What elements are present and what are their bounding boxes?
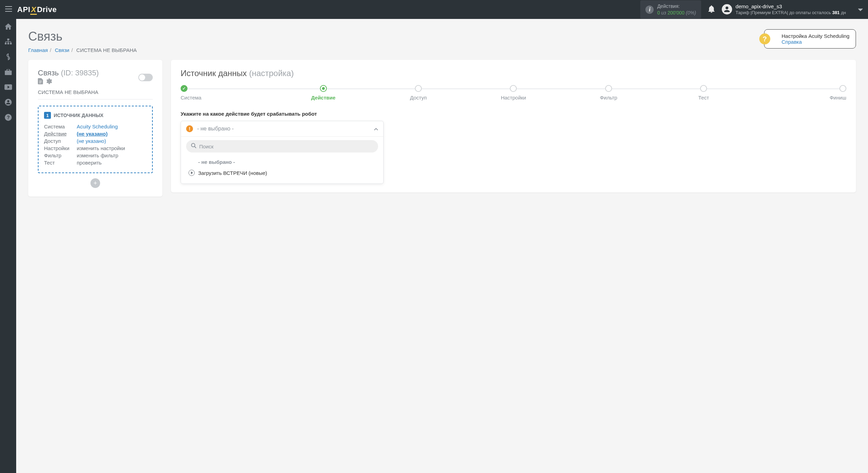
main-content: Связь Главная/ Связи/ СИСТЕМА НЕ ВЫБРАНА…	[16, 19, 868, 207]
field-label: Настройки	[44, 145, 77, 151]
step-настройки[interactable]: Настройки	[466, 85, 561, 101]
sidebar-help[interactable]: ?	[0, 110, 16, 125]
app-header: APIXDrive i Действия: 0 из 200'000 (0%)	[0, 0, 868, 19]
sidebar-briefcase[interactable]	[0, 64, 16, 80]
step-dot	[700, 85, 707, 92]
svg-rect-3	[10, 43, 12, 44]
field-value[interactable]: (не указано)	[77, 138, 106, 144]
user-tariff: Тариф |Премиум EXTRA| до оплаты осталось…	[736, 10, 846, 16]
step-label: Настройки	[466, 95, 561, 101]
step-dot	[415, 85, 422, 92]
svg-rect-4	[5, 71, 12, 75]
user-name: demo_apix-drive_s3	[736, 3, 846, 10]
field-value[interactable]: (не указано)	[77, 131, 108, 137]
dropdown-option[interactable]: Загрузить ВСТРЕЧИ (новые)	[186, 167, 378, 178]
chevron-down-icon[interactable]	[858, 7, 863, 13]
step-label: Система	[181, 95, 276, 101]
search-input[interactable]	[199, 144, 373, 149]
field-label: Тест	[44, 160, 77, 166]
bell-icon[interactable]	[708, 5, 715, 14]
field-label: Доступ	[44, 138, 77, 144]
search-box	[186, 140, 378, 153]
breadcrumb-home[interactable]: Главная	[28, 47, 48, 53]
field-label: Действие	[44, 131, 77, 137]
actions-pct: (0%)	[686, 10, 696, 15]
page-title: Связь	[28, 29, 137, 44]
connection-title: Связь (ID: 39835)	[38, 69, 99, 86]
menu-icon[interactable]	[5, 6, 12, 13]
actions-counter: i Действия: 0 из 200'000 (0%)	[640, 0, 701, 18]
step-финиш[interactable]: Финиш	[751, 85, 846, 101]
field-value[interactable]: изменить настройки	[77, 145, 125, 151]
svg-rect-2	[7, 43, 9, 44]
svg-rect-1	[5, 43, 7, 44]
field-value[interactable]: проверить	[77, 160, 101, 166]
step-label: Финиш	[751, 95, 846, 101]
sidebar-connections[interactable]	[0, 34, 16, 49]
step-label: Фильтр	[561, 95, 656, 101]
help-callout: ? Настройка Acuity Scheduling Справка	[764, 29, 856, 49]
connection-card: Связь (ID: 39835) СИСТЕМА НЕ ВЫБРАНА 1 И…	[28, 60, 162, 197]
sidebar-profile[interactable]	[0, 95, 16, 110]
step-label: Доступ	[371, 95, 466, 101]
connection-subtitle: СИСТЕМА НЕ ВЫБРАНА	[38, 89, 153, 99]
datasource-title: Источник данных (настройка)	[181, 69, 846, 78]
field-value[interactable]: изменить фильтр	[77, 153, 118, 158]
step-dot	[510, 85, 517, 92]
sidebar: ?	[0, 19, 16, 207]
step-dot	[181, 85, 187, 92]
actions-label: Действия:	[657, 3, 696, 9]
chevron-up-icon	[374, 126, 378, 132]
datasource-card: Источник данных (настройка) СистемаДейст…	[171, 60, 856, 192]
action-dropdown: ! - не выбрано - - не выбрано -Загрузить…	[181, 121, 384, 184]
dropdown-selected: - не выбрано -	[197, 126, 374, 132]
avatar-icon	[722, 4, 732, 14]
enable-toggle[interactable]	[138, 74, 153, 81]
actions-used: 0	[657, 10, 660, 15]
svg-rect-0	[7, 39, 9, 40]
svg-point-9	[192, 144, 195, 147]
breadcrumb-links[interactable]: Связи	[55, 47, 69, 53]
step-label: Действие	[276, 95, 371, 101]
help-icon: ?	[759, 33, 770, 44]
search-icon	[191, 143, 196, 150]
user-menu[interactable]: demo_apix-drive_s3 Тариф |Премиум EXTRA|…	[722, 3, 846, 15]
step-тест[interactable]: Тест	[656, 85, 751, 101]
stepper: СистемаДействиеДоступНастройкиФильтрТест…	[181, 85, 846, 101]
help-title: Настройка Acuity Scheduling	[782, 33, 849, 39]
field-label: Фильтр	[44, 153, 77, 158]
source-box: 1 ИСТОЧНИК ДАННЫХ СистемаAcuity Scheduli…	[38, 106, 153, 173]
svg-text:?: ?	[7, 115, 10, 120]
field-label: Система	[44, 124, 77, 129]
sidebar-billing[interactable]	[0, 49, 16, 64]
step-label: Тест	[656, 95, 751, 101]
step-система[interactable]: Система	[181, 85, 276, 101]
breadcrumb: Главная/ Связи/ СИСТЕМА НЕ ВЫБРАНА	[28, 47, 137, 53]
step-dot	[320, 85, 327, 92]
logo[interactable]: APIXDrive	[17, 5, 57, 14]
dropdown-option[interactable]: - не выбрано -	[186, 157, 378, 167]
info-icon: i	[645, 6, 654, 14]
breadcrumb-current: СИСТЕМА НЕ ВЫБРАНА	[76, 47, 137, 53]
step-действие[interactable]: Действие	[276, 85, 371, 101]
dropdown-toggle[interactable]: ! - не выбрано -	[181, 121, 383, 136]
field-value[interactable]: Acuity Scheduling	[77, 124, 118, 129]
step-фильтр[interactable]: Фильтр	[561, 85, 656, 101]
actions-total: 200'000	[667, 10, 684, 15]
sidebar-home[interactable]	[0, 19, 16, 34]
warning-icon: !	[186, 125, 193, 132]
step-доступ[interactable]: Доступ	[371, 85, 466, 101]
step-dot	[605, 85, 612, 92]
help-link[interactable]: Справка	[782, 39, 802, 45]
play-icon	[189, 170, 195, 176]
add-button[interactable]: +	[90, 178, 100, 188]
step-dot	[839, 85, 846, 92]
field-title: Укажите на какое действие будет срабатыв…	[181, 111, 846, 117]
gear-icon[interactable]	[46, 77, 52, 86]
source-box-title: 1 ИСТОЧНИК ДАННЫХ	[44, 112, 147, 119]
sidebar-video[interactable]	[0, 80, 16, 95]
doc-icon[interactable]	[38, 77, 43, 86]
